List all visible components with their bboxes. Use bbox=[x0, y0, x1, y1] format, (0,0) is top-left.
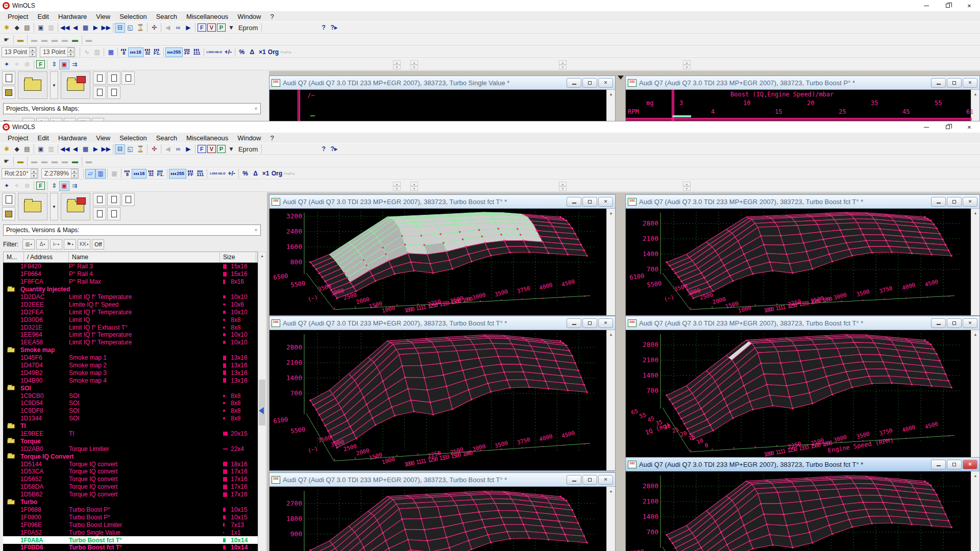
scroll-up-icon[interactable]: ▲ bbox=[607, 209, 615, 217]
child-restore-button[interactable] bbox=[947, 460, 962, 469]
spin-c[interactable]: ▲▼ bbox=[559, 182, 567, 191]
spin-a[interactable]: ▲▼ bbox=[393, 182, 401, 191]
menu-item-hardware[interactable]: Hardware bbox=[54, 12, 91, 21]
rotation-spinner[interactable]: Rot:210°▲▼ bbox=[2, 168, 38, 179]
spin-d-up-icon[interactable]: ▲ bbox=[683, 60, 691, 65]
search-next-icon[interactable]: ▶ bbox=[183, 23, 193, 33]
map-row[interactable]: 1D53CATorque IQ convert17x16 bbox=[3, 468, 258, 475]
map-row[interactable]: 1F0688Turbo Boost P°10x15 bbox=[3, 506, 258, 514]
org-icon[interactable]: Org bbox=[267, 47, 279, 57]
column-header-size[interactable]: Size bbox=[220, 252, 256, 262]
fmt-255-icon[interactable]: ▮▮▮255 bbox=[169, 169, 186, 179]
menu-item-view[interactable]: View bbox=[91, 12, 115, 21]
map-folder-row[interactable]: Smoke map bbox=[3, 346, 258, 354]
rotation-spinner-updown[interactable]: ▲▼ bbox=[31, 169, 37, 178]
minimize-button[interactable] bbox=[916, 121, 937, 133]
child-close-button[interactable]: ✕ bbox=[963, 318, 977, 328]
rotate-3d-icon[interactable]: ▱ bbox=[85, 169, 95, 179]
nav-last-icon[interactable]: ▶▶ bbox=[101, 23, 111, 33]
map-row[interactable]: 1C9DF8SOI8x8 bbox=[3, 407, 258, 415]
chip-read-icon[interactable]: ▬ bbox=[29, 157, 39, 166]
spin-b-up-icon[interactable]: ▲ bbox=[410, 182, 418, 186]
column-header-m[interactable]: M... bbox=[4, 252, 24, 262]
chip-misc-icon[interactable]: ▬ bbox=[84, 35, 94, 45]
filter-delta-button[interactable]: Δ▾ bbox=[36, 239, 48, 249]
surface-plot[interactable]: 2800210014007006100550035003000250020001… bbox=[626, 209, 972, 316]
menu-item-window[interactable]: Window bbox=[233, 134, 265, 142]
binoculars-icon[interactable]: ∞ bbox=[173, 144, 183, 154]
bars-3d-icon[interactable]: ▥ bbox=[92, 47, 102, 57]
child-restore-button[interactable] bbox=[947, 78, 962, 88]
chip-erase-icon[interactable]: ▬ bbox=[50, 157, 60, 166]
child-close-button[interactable]: ✕ bbox=[963, 197, 977, 207]
map-row[interactable]: 1D5B62Torque IQ convert17x16 bbox=[3, 491, 258, 498]
menu-item-search[interactable]: Search bbox=[152, 134, 182, 142]
child-scrollbar[interactable]: ▲ bbox=[971, 330, 979, 460]
map-wizard-icon[interactable]: ✦ bbox=[2, 60, 12, 69]
open-project-button[interactable] bbox=[18, 193, 47, 220]
spin-c-up-icon[interactable]: ▲ bbox=[559, 60, 567, 65]
map-row[interactable]: 1F8664P° Rail 415x16 bbox=[3, 270, 258, 278]
map-row[interactable]: 1F096ETurbo Boost Limiter7x13 bbox=[3, 521, 258, 529]
spin-b-up-icon[interactable]: ▲ bbox=[410, 60, 418, 65]
rotation-spinner-up-icon[interactable]: ▲ bbox=[31, 169, 37, 173]
import-version-button[interactable] bbox=[93, 193, 106, 206]
child-window-turbo-single-value[interactable]: IOIAudi Q7 (Audi Q7 3.0 TDI 233 MP+EGR 2… bbox=[269, 76, 616, 121]
minimize-button[interactable] bbox=[916, 0, 937, 11]
print-icon[interactable]: ▤ bbox=[22, 144, 32, 154]
filter-kk-button[interactable]: KK▾ bbox=[78, 239, 90, 249]
menu-item-edit[interactable]: Edit bbox=[33, 134, 53, 142]
view-dropdown-icon[interactable]: ▼ bbox=[226, 23, 236, 33]
child-window-mr-turbo-boost-fct[interactable]: IOIAudi Q7 (Audi Q7 3.0 TDI 233 MP+EGR 2… bbox=[625, 316, 980, 461]
export-version-button[interactable] bbox=[93, 207, 106, 220]
map-row[interactable]: 1F0BD6Turbo Boost fct T°10x14 bbox=[3, 544, 258, 551]
nav-next-icon[interactable]: ▶ bbox=[90, 23, 101, 33]
child-window-bl-turbo-boost-fct[interactable]: IOIAudi Q7 (Audi Q7 3.0 TDI 233 MP+EGR 2… bbox=[269, 472, 616, 551]
import-wizard-icon[interactable]: ✱ bbox=[2, 144, 12, 154]
surface-plot[interactable]: 2800210014007006100550035003000250020001… bbox=[626, 471, 972, 551]
export-version-button[interactable] bbox=[93, 86, 106, 99]
binoculars-icon[interactable]: ∞ bbox=[173, 23, 183, 33]
online-hp-button[interactable] bbox=[121, 71, 135, 85]
child-titlebar[interactable]: IOIAudi Q7 (Audi Q7 3.0 TDI 233 MP+EGR 2… bbox=[626, 316, 979, 330]
chip-misc-icon[interactable]: ▬ bbox=[84, 157, 94, 166]
spin-a[interactable]: ▲▼ bbox=[393, 60, 401, 69]
map-row[interactable]: 1D321ELimit IQ f° Exhaust T°8x8 bbox=[3, 323, 258, 331]
spin-b-down-icon[interactable]: ▼ bbox=[410, 186, 418, 191]
child-restore-button[interactable] bbox=[582, 78, 597, 88]
nav-prev-icon[interactable]: ◀ bbox=[70, 144, 80, 154]
menu-item-hardware[interactable]: Hardware bbox=[54, 134, 91, 142]
spin-b[interactable]: ▲▼ bbox=[410, 182, 418, 191]
ink-bottle-icon[interactable]: ◆ bbox=[12, 144, 22, 154]
map-row[interactable]: 1D30D6Limit IQ8x8 bbox=[3, 316, 258, 323]
online-hp-button[interactable] bbox=[121, 193, 135, 206]
menu-item-selection[interactable]: Selection bbox=[115, 134, 151, 142]
close-button[interactable]: ✕ bbox=[959, 0, 980, 11]
chip-read-icon[interactable]: ▬ bbox=[29, 35, 39, 45]
map-row[interactable]: 1D2EEELimite IQ f° Speed10x6 bbox=[3, 300, 258, 308]
map-view-icon[interactable]: P bbox=[217, 145, 226, 153]
child-minimize-button[interactable] bbox=[931, 318, 946, 328]
child-titlebar[interactable]: IOIAudi Q7 (Audi Q7 3.0 TDI 233 MP+EGR 2… bbox=[626, 195, 979, 209]
menu-item-view[interactable]: View bbox=[91, 134, 115, 142]
child-titlebar[interactable]: IOIAudi Q7 (Audi Q7 3.0 TDI 233 MP+EGR 2… bbox=[626, 458, 979, 471]
zoom-spinner-updown[interactable]: ▲▼ bbox=[71, 169, 78, 178]
fmt-111-icon[interactable]: ▮▮▮111 bbox=[191, 48, 202, 56]
menu-item-window[interactable]: Window bbox=[233, 12, 265, 21]
spin-d[interactable]: ▲▼ bbox=[683, 60, 691, 69]
properties-button[interactable] bbox=[107, 207, 120, 220]
zoom-spinner-down-icon[interactable]: ▼ bbox=[71, 173, 78, 178]
new-project-button[interactable] bbox=[2, 193, 15, 206]
bits-float-icon[interactable]: ▮▮▮F1. bbox=[152, 48, 162, 56]
plusminus-icon[interactable]: +/- bbox=[227, 169, 237, 179]
spin-b-down-icon[interactable]: ▼ bbox=[410, 65, 418, 69]
spin-a-down-icon[interactable]: ▼ bbox=[393, 186, 401, 191]
map-folder-row[interactable]: Quantity Injected bbox=[3, 286, 258, 293]
map-row[interactable]: 1C9CB0SOI8x8 bbox=[3, 392, 258, 399]
map-row[interactable]: 1D49B2Smoke map 313x16 bbox=[3, 369, 258, 377]
child-minimize-button[interactable] bbox=[567, 197, 581, 207]
bits-float-icon[interactable]: ▮▮▮F1. bbox=[156, 169, 165, 178]
nav-first-icon[interactable]: ◀◀ bbox=[60, 144, 70, 154]
map-row[interactable]: 1E9BEETI20x15 bbox=[3, 430, 258, 438]
scroll-up-icon[interactable]: ▲ bbox=[971, 90, 979, 98]
